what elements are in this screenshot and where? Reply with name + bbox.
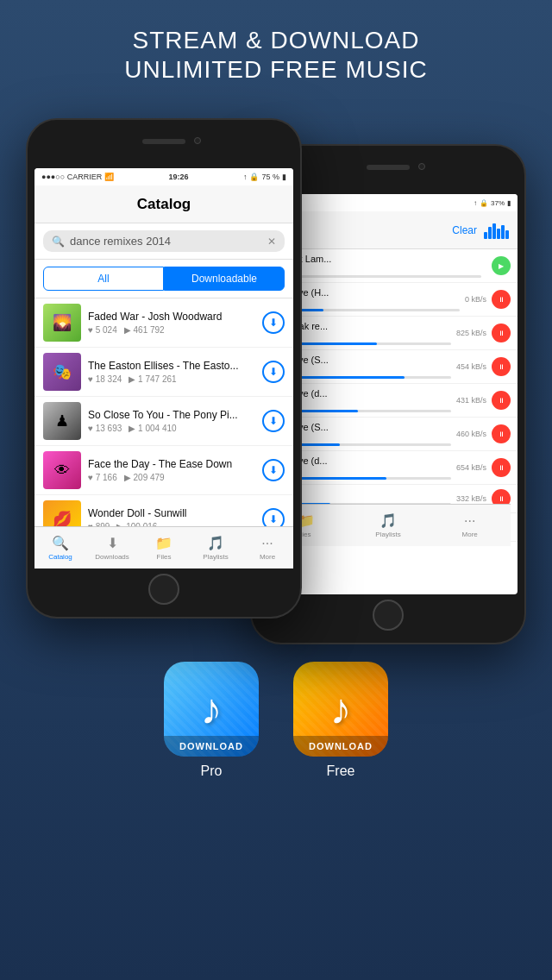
tab-more[interactable]: ··· More <box>242 536 293 561</box>
tab-label: More <box>260 553 275 561</box>
song-plays: 1 004 410 <box>129 424 176 433</box>
battery-icon: 🔒 <box>249 173 259 181</box>
song-plays: 1 747 261 <box>129 374 176 384</box>
download-speed: 825 kB/s <box>456 329 486 337</box>
song-info: Faded War - Josh Woodward 5 024 461 792 <box>88 311 255 335</box>
song-info: The Easton Ellises - The Easto... 18 324… <box>88 360 255 384</box>
music-note-orange: ♪ <box>330 684 352 734</box>
phone-camera <box>194 137 201 144</box>
search-clear-icon[interactable]: ✕ <box>267 236 276 248</box>
song-thumb-img: 👁 <box>43 451 81 489</box>
song-download-btn[interactable]: ⬇ <box>262 361 285 383</box>
song-likes: 5 024 <box>88 325 117 335</box>
phone-camera-right <box>418 163 425 170</box>
song-meta: 5 024 461 792 <box>88 325 255 335</box>
song-download-btn[interactable]: ⬇ <box>262 459 285 481</box>
search-value[interactable]: dance remixes 2014 <box>70 235 262 248</box>
app-icon-free[interactable]: ♪ DOWNLOAD <box>293 662 388 757</box>
song-plays: 461 792 <box>124 325 165 335</box>
phone-left: ●●●○○ CARRIER 📶 19:26 ↑ 🔒 75 % ▮ Catalog… <box>26 118 302 619</box>
status-time: 19:26 <box>169 173 189 181</box>
download-state-btn[interactable]: ▶ <box>492 256 511 275</box>
left-phone-screen: ●●●○○ CARRIER 📶 19:26 ↑ 🔒 75 % ▮ Catalog… <box>34 168 293 569</box>
download-state-btn[interactable]: ⏸ <box>492 458 511 477</box>
search-icon: 🔍 <box>52 236 65 248</box>
left-status-bar: ●●●○○ CARRIER 📶 19:26 ↑ 🔒 75 % ▮ <box>34 168 293 185</box>
viz-bar-5 <box>501 225 505 239</box>
tab-label: Files <box>157 553 172 561</box>
download-speed: 654 kB/s <box>456 463 486 472</box>
app-icon-pro[interactable]: ♪ DOWNLOAD <box>164 662 259 757</box>
download-state-btn[interactable]: ⏸ <box>492 391 511 410</box>
headline-line2: UNLIMITED FREE MUSIC <box>0 55 552 85</box>
song-title: Wonder Doll - Sunwill <box>88 507 255 519</box>
filter-downloadable-tab[interactable]: Downloadable <box>164 267 285 291</box>
tab-icon: 🔍 <box>52 535 69 551</box>
phone-home-button[interactable] <box>148 574 179 605</box>
viz-bar-6 <box>505 230 509 239</box>
viz-bar-3 <box>492 223 496 239</box>
song-meta: 18 324 1 747 261 <box>88 374 255 384</box>
phone-speaker-right <box>367 165 410 170</box>
right-tab-more[interactable]: ··· More <box>429 513 511 538</box>
downloads-viz <box>484 222 509 239</box>
download-state-btn[interactable]: ⏸ <box>492 324 511 342</box>
tab-icon: ··· <box>464 513 475 529</box>
search-bar[interactable]: 🔍 dance remixes 2014 ✕ <box>34 223 293 260</box>
download-speed: 0 kB/s <box>465 295 486 304</box>
song-likes: 7 166 <box>88 473 117 482</box>
viz-bar-1 <box>484 232 487 239</box>
tab-icon: 🎵 <box>207 535 224 551</box>
right-battery-bar: ▮ <box>507 199 511 207</box>
song-title: So Close To You - The Pony Pi... <box>88 409 255 421</box>
tab-playlists[interactable]: 🎵 Playlists <box>190 535 242 561</box>
tab-icon: ⬇ <box>107 535 118 551</box>
download-state-btn[interactable]: ⏸ <box>492 290 511 309</box>
app-icon-free-wrap: ♪ DOWNLOAD Free <box>293 662 388 779</box>
tab-label: More <box>462 531 478 538</box>
song-title: The Easton Ellises - The Easto... <box>88 360 255 372</box>
tab-catalog[interactable]: 🔍 Catalog <box>34 535 86 561</box>
right-tab-bar: 📁 ies 🎵 Playlists ··· More <box>266 504 511 546</box>
app-icon-free-label: DOWNLOAD <box>293 736 388 757</box>
search-input-wrap[interactable]: 🔍 dance remixes 2014 ✕ <box>43 230 285 252</box>
left-nav-bar: Catalog <box>34 185 293 223</box>
tab-icon: ··· <box>261 536 273 551</box>
song-meta: 13 693 1 004 410 <box>88 424 255 433</box>
song-title: Face the Day - The Ease Down <box>88 458 255 470</box>
headline: STREAM & DOWNLOAD UNLIMITED FREE MUSIC <box>0 0 552 84</box>
tab-label: Playlists <box>375 531 400 538</box>
catalog-title: Catalog <box>137 196 191 213</box>
song-thumb: 🎭 <box>43 353 81 391</box>
song-info: Face the Day - The Ease Down 7 166 209 4… <box>88 458 255 482</box>
downloads-clear-btn[interactable]: Clear <box>452 224 477 236</box>
song-item: 🌄 Faded War - Josh Woodward 5 024 461 79… <box>34 298 293 348</box>
song-download-btn[interactable]: ⬇ <box>262 311 285 334</box>
download-state-btn[interactable]: ⏸ <box>492 357 511 376</box>
tab-label: Playlists <box>203 553 228 561</box>
tab-files[interactable]: 📁 Files <box>138 535 190 561</box>
song-info: So Close To You - The Pony Pi... 13 693 … <box>88 409 255 433</box>
app-icons-section: ♪ DOWNLOAD Pro ♪ DOWNLOAD Free <box>0 644 552 779</box>
tab-icon: 📁 <box>155 535 172 551</box>
download-speed: 460 kB/s <box>456 430 486 438</box>
filter-all-tab[interactable]: All <box>43 267 164 291</box>
battery-pct: 75 % <box>261 173 279 181</box>
tab-label: Catalog <box>48 553 72 561</box>
song-thumb: ♟ <box>43 402 81 440</box>
song-download-btn[interactable]: ⬇ <box>262 410 285 432</box>
tab-downloads[interactable]: ⬇ Downloads <box>86 535 138 561</box>
phone-home-button-right[interactable] <box>373 600 404 631</box>
download-state-btn[interactable]: ⏸ <box>492 424 511 443</box>
download-speed: 454 kB/s <box>456 362 486 371</box>
music-note-blue: ♪ <box>201 684 223 734</box>
phones-container: ●●●○○ CARRIER 📶 19:26 ↑ 🔒 75 % ▮ Catalog… <box>0 92 552 644</box>
filter-tabs: All Downloadable <box>34 260 293 298</box>
app-type-free: Free <box>327 763 355 779</box>
right-tab-playlists[interactable]: 🎵 Playlists <box>348 512 430 538</box>
viz-bar-4 <box>497 229 500 239</box>
song-title: Faded War - Josh Woodward <box>88 311 255 323</box>
wifi-icon: 📶 <box>104 173 114 181</box>
viz-bar-2 <box>488 227 492 239</box>
song-item: ♟ So Close To You - The Pony Pi... 13 69… <box>34 397 293 446</box>
